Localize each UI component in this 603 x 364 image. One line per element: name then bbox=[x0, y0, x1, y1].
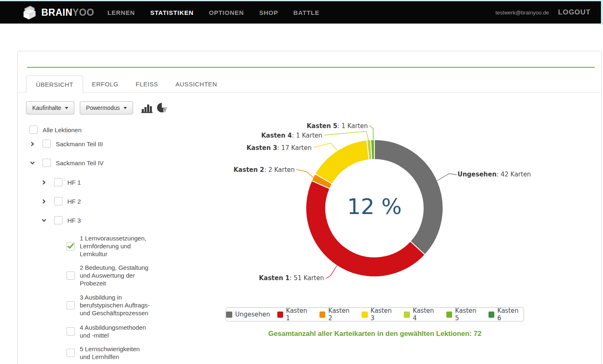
callout-kasten-5: Kasten 5: 1 Karten bbox=[285, 122, 368, 130]
tree-item-4-ausbildungsmethoden-und-mittel: 4 Ausbildungsmethoden und -mittel bbox=[26, 324, 150, 339]
brand-text: BRAINYOO bbox=[41, 7, 94, 18]
nav-item-lernen[interactable]: LERNEN bbox=[107, 9, 135, 16]
donut-segment-kasten-3[interactable] bbox=[315, 140, 369, 184]
tree-item-sackmann-teil-iii: Sackmann Teil III bbox=[26, 140, 150, 148]
pie-chart-icon[interactable] bbox=[157, 102, 168, 114]
legend-item-kasten-4: Kasten 4 bbox=[404, 307, 439, 322]
callout-series-name: Kasten 2 bbox=[234, 166, 264, 174]
checkbox[interactable] bbox=[43, 140, 51, 148]
powermodus-dropdown[interactable]: Powermodus bbox=[80, 101, 133, 114]
callout-kasten-4: Kasten 4: 1 Karten bbox=[240, 131, 322, 140]
chevron-down-icon[interactable] bbox=[29, 160, 35, 166]
legend-item-kasten-6: Kasten 6 bbox=[489, 307, 524, 322]
brand-bold: BRAIN bbox=[41, 7, 72, 18]
tree-item-label: HF 3 bbox=[67, 216, 81, 224]
checkbox[interactable] bbox=[67, 271, 75, 280]
callout-series-name: Kasten 3 bbox=[246, 144, 277, 152]
nav-item-statistiken[interactable]: STATISTIKEN bbox=[150, 9, 193, 16]
tree-item-2-bedeutung-gestaltung-und-auswertung-de: 2 Bedeutung, Gestaltung und Auswertung d… bbox=[26, 264, 150, 287]
tree-item-label: 2 Bedeutung, Gestaltung und Auswertung d… bbox=[80, 264, 150, 287]
donut-segment-kasten-5[interactable] bbox=[371, 140, 374, 159]
brand[interactable]: BRAINYOO bbox=[21, 4, 94, 21]
chevron-down-icon[interactable] bbox=[41, 217, 47, 223]
checkbox[interactable] bbox=[54, 178, 62, 186]
navbar: BRAINYOO LERNENSTATISTIKENOPTIONENSHOPBA… bbox=[0, 1, 603, 24]
donut-center-percentage: 12 % bbox=[312, 194, 436, 219]
tree-item-1-lernvoraussetzungen-lernförderung-und-: 1 Lernvoraussetzungen, Lernförderung und… bbox=[26, 234, 150, 258]
legend-swatch bbox=[489, 312, 495, 318]
tree-item-label: 5 Lernschwierigkeiten und Lernhilfen bbox=[80, 345, 150, 361]
brand-light: YOO bbox=[72, 7, 94, 18]
legend-swatch bbox=[446, 312, 453, 318]
tree-item-label: 4 Ausbildungsmethoden und -mittel bbox=[80, 324, 150, 339]
total-cards-line: Gesamtanzahl aller Karteikarten in den g… bbox=[226, 330, 524, 338]
chevron-right-icon[interactable] bbox=[41, 198, 47, 204]
statistics-panel: ÜBERSICHTERFOLGFLEISSAUSSICHTEN Kaufinha… bbox=[17, 51, 602, 364]
callout-kasten-1: Kasten 1: 51 Karten bbox=[241, 274, 324, 282]
nav-item-battle[interactable]: BATTLE bbox=[293, 9, 319, 16]
logout-button[interactable]: LOGOUT bbox=[558, 8, 591, 17]
total-cards-value: 72 bbox=[474, 330, 481, 338]
legend-label: Kasten 2 bbox=[328, 307, 355, 322]
tab-fleiss[interactable]: FLEISS bbox=[127, 76, 167, 93]
callout-series-name: Kasten 1 bbox=[259, 274, 289, 282]
checkbox[interactable] bbox=[54, 197, 62, 205]
kaufinhalte-dropdown[interactable]: Kaufinhalte bbox=[26, 101, 74, 114]
chevron-down-icon bbox=[124, 107, 127, 109]
tree-item-label: Sackmann Teil IV bbox=[56, 159, 104, 167]
checkbox[interactable] bbox=[67, 327, 75, 335]
tree-item-label: Sackmann Teil III bbox=[56, 140, 103, 148]
chart-legend: UngesehenKasten 1Kasten 2Kasten 3Kasten … bbox=[226, 307, 524, 321]
legend-swatch bbox=[277, 312, 284, 318]
tab-übersicht[interactable]: ÜBERSICHT bbox=[26, 76, 83, 93]
legend-label: Kasten 4 bbox=[413, 307, 439, 322]
legend-item-kasten-5: Kasten 5 bbox=[446, 307, 481, 322]
nav-item-shop[interactable]: SHOP bbox=[259, 9, 278, 16]
tree-item-3-ausbildung-in-berufstypischen-auftrags: 3 Ausbildung in berufstypischen Auftrags… bbox=[26, 293, 150, 317]
legend-item-ungesehen: Ungesehen bbox=[226, 311, 270, 318]
legend-swatch bbox=[319, 312, 326, 318]
callout-series-value: : 42 Karten bbox=[496, 171, 531, 178]
checkbox[interactable] bbox=[67, 301, 75, 309]
tab-bar: ÜBERSICHTERFOLGFLEISSAUSSICHTEN bbox=[18, 76, 601, 93]
leader-line-kasten-5 bbox=[369, 126, 373, 140]
tree-item-label: Alle Lektionen bbox=[43, 126, 81, 134]
callout-series-value: : 2 Karten bbox=[264, 166, 295, 174]
chevron-down-icon bbox=[65, 107, 68, 109]
brainyoo-logo-icon bbox=[21, 4, 37, 21]
checkbox[interactable] bbox=[67, 349, 75, 357]
user-email: testwerk@brainyoo.de bbox=[496, 10, 549, 16]
checkbox-checked[interactable] bbox=[67, 242, 75, 250]
callout-kasten-2: Kasten 2: 2 Karten bbox=[212, 166, 295, 174]
legend-label: Kasten 3 bbox=[371, 307, 397, 322]
green-divider bbox=[27, 67, 595, 68]
callout-series-value: : 1 Karten bbox=[337, 122, 368, 130]
chevron-right-icon[interactable] bbox=[29, 141, 35, 147]
chart-type-switcher bbox=[141, 102, 168, 114]
legend-item-kasten-2: Kasten 2 bbox=[319, 307, 355, 322]
callout-kasten-3: Kasten 3: 17 Karten bbox=[229, 144, 312, 152]
tree-item-sackmann-teil-iv: Sackmann Teil IV bbox=[26, 159, 150, 167]
checkbox[interactable] bbox=[43, 159, 51, 167]
legend-label: Kasten 5 bbox=[455, 307, 481, 322]
checkbox[interactable] bbox=[54, 216, 62, 224]
callout-ungesehen: Ungesehen: 42 Karten bbox=[458, 170, 540, 178]
window-right-sliver bbox=[601, 1, 603, 25]
bar-chart-icon[interactable] bbox=[141, 102, 153, 114]
nav-item-optionen[interactable]: OPTIONEN bbox=[209, 9, 244, 16]
tree-item-hf-3: HF 3 bbox=[26, 216, 150, 224]
checkbox[interactable] bbox=[29, 126, 38, 134]
tree-item-label: 1 Lernvoraussetzungen, Lernförderung und… bbox=[80, 234, 150, 258]
callout-series-name: Kasten 5 bbox=[307, 122, 337, 130]
leader-line-kasten-1 bbox=[326, 266, 337, 278]
tree-item-label: 3 Ausbildung in berufstypischen Auftrags… bbox=[80, 293, 150, 317]
legend-swatch bbox=[404, 312, 410, 318]
nav-menu: LERNENSTATISTIKENOPTIONENSHOPBATTLE bbox=[107, 9, 319, 16]
chevron-right-icon[interactable] bbox=[41, 179, 47, 185]
legend-label: Kasten 1 bbox=[286, 307, 312, 322]
tab-aussichten[interactable]: AUSSICHTEN bbox=[167, 76, 226, 93]
tree-item-5-lernschwierigkeiten-und-lernhilfen: 5 Lernschwierigkeiten und Lernhilfen bbox=[26, 345, 150, 361]
callout-series-value: : 1 Karten bbox=[292, 132, 322, 139]
tab-erfolg[interactable]: ERFOLG bbox=[83, 76, 127, 93]
leader-line-kasten-2 bbox=[296, 169, 314, 178]
